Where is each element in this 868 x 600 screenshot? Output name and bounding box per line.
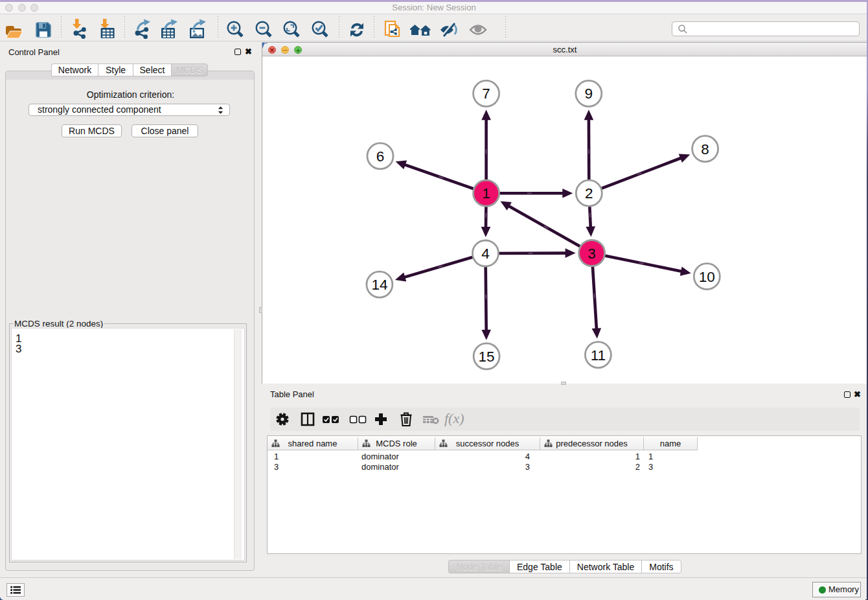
svg-text:9: 9 [585,86,593,102]
svg-text:10: 10 [699,269,715,285]
svg-text:8: 8 [701,141,709,157]
svg-text:2: 2 [585,185,593,202]
svg-text:15: 15 [479,349,495,365]
svg-text:1: 1 [482,185,490,202]
svg-text:6: 6 [376,148,385,165]
svg-text:11: 11 [591,347,606,363]
svg-text:7: 7 [482,86,490,102]
svg-text:14: 14 [371,277,387,293]
svg-text:4: 4 [481,246,490,262]
svg-text:3: 3 [588,246,596,262]
